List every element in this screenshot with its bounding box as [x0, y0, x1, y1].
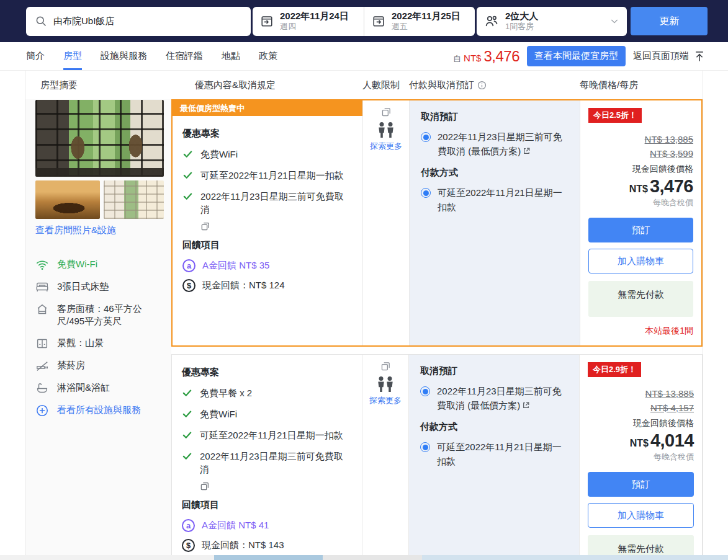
tab-reviews[interactable]: 住宿評鑑	[166, 42, 203, 70]
info-icon[interactable]	[477, 81, 487, 90]
tab-policies[interactable]: 政策	[259, 42, 277, 70]
popup-window-icon[interactable]	[380, 361, 391, 371]
two-people-icon	[374, 376, 397, 393]
explore-more-link[interactable]: 探索更多	[369, 395, 402, 406]
back-to-top-button[interactable]: 返回頁面頂端	[633, 50, 706, 63]
cashback-price-label: 現金回饋後價格	[588, 164, 693, 175]
date-range-picker: 2022年11月24日 週四 2022年11月25日 週五	[253, 7, 475, 36]
price-original: NT$ 13,885	[588, 133, 693, 147]
strip-segment	[422, 555, 728, 560]
discount-badge: 今日2.5折！	[588, 108, 642, 123]
wifi-icon	[35, 258, 49, 272]
cancel-option-label: 2022年11月23日星期三前可免費取消 (最低價方案)	[437, 384, 568, 412]
calendar-checkin-icon	[260, 14, 274, 28]
reward-cashback: $ 現金回饋：NT$ 124	[182, 279, 353, 292]
room-photo-main[interactable]	[35, 100, 164, 177]
price-column: 今日2.9折！ NT$ 13,885 NT$ 4,157 現金回饋後價格 NT$…	[579, 355, 702, 560]
header-room-summary: 房型摘要	[25, 79, 171, 91]
perk-label: 免費早餐 x 2	[200, 386, 252, 399]
amenity-label: 淋浴間&浴缸	[57, 381, 110, 394]
payment-title: 付款方式	[421, 167, 568, 179]
checkout-date: 2022年11月25日	[392, 11, 461, 22]
final-price: NT$4,014	[588, 430, 694, 451]
book-button[interactable]: 預訂	[588, 218, 693, 242]
final-price-currency: NT$	[629, 184, 648, 194]
price-from-amount: 3,476	[483, 48, 519, 65]
search-box[interactable]	[26, 7, 251, 36]
no-prepayment-note: 無需先付款	[588, 281, 693, 317]
popup-window-icon[interactable]	[200, 481, 352, 491]
rewards-title: 回饋項目	[182, 239, 353, 251]
cancel-option: 2022年11月23日星期三前可免費取消 (最低價方案)	[421, 130, 568, 158]
calendar-checkout-icon	[372, 14, 385, 28]
tab-location[interactable]: 地點	[222, 42, 240, 70]
strip-segment	[214, 555, 323, 560]
amenity-label: 景觀：山景	[57, 337, 104, 349]
payment-radio[interactable]	[420, 442, 430, 452]
room-photo-thumb-2[interactable]	[104, 180, 164, 219]
payment-option: 可延至2022年11月21日星期一扣款	[420, 440, 568, 468]
per-night-label: 每晚含稅價	[588, 197, 693, 208]
see-all-facilities-link[interactable]: 看看所有設施與服務	[35, 404, 164, 417]
checkout-date-picker[interactable]: 2022年11月25日 週五	[364, 7, 475, 36]
guests-rooms: 1間客房	[505, 22, 538, 32]
payment-radio[interactable]	[421, 188, 431, 198]
occupancy-column: 探索更多	[362, 100, 409, 345]
occupancy-column: 探索更多	[362, 355, 408, 560]
back-to-top-label: 返回頁面頂端	[633, 50, 689, 62]
perk-item: 2022年11月23日星期三前可免費取消	[182, 190, 353, 216]
room-photo-thumb-1[interactable]	[35, 180, 100, 219]
cancel-option: 2022年11月23日星期三前可免費取消 (最低價方案)	[420, 384, 568, 412]
final-price: NT$3,476	[588, 176, 693, 197]
price-discounted: NT$ 3,599	[588, 147, 693, 161]
amenity-room-size: 客房面積：46平方公尺/495平方英尺	[35, 303, 164, 328]
final-price-amount: 4,014	[650, 430, 694, 450]
amenity-label: 免費Wi-Fi	[57, 258, 97, 270]
cash-coin-icon: $	[182, 539, 195, 552]
tab-facilities[interactable]: 設施與服務	[101, 42, 147, 70]
explore-more-link[interactable]: 探索更多	[370, 141, 402, 152]
search-input[interactable]	[53, 16, 242, 27]
see-all-facilities-label: 看看所有設施與服務	[57, 404, 141, 416]
check-icon	[182, 170, 193, 180]
payment-option-label: 可延至2022年11月21日星期一扣款	[438, 186, 568, 214]
add-to-cart-button[interactable]: 加入購物車	[588, 503, 694, 528]
agoda-coin-icon: a	[182, 259, 195, 272]
cancel-radio[interactable]	[420, 386, 430, 396]
external-link-icon[interactable]	[522, 401, 530, 409]
plus-circle-icon	[35, 404, 49, 417]
view-icon	[35, 337, 49, 350]
room-offer-row-1: 最低價房型熱賣中 優惠專案 免費WiFi	[171, 99, 703, 347]
cancel-radio[interactable]	[421, 132, 431, 142]
reward-label: 現金回饋：NT$ 143	[202, 540, 284, 551]
amenity-view: 景觀：山景	[35, 337, 164, 350]
room-offer-row-2: 優惠專案 免費早餐 x 2 免費WiFi	[171, 354, 703, 560]
perk-label: 可延至2022年11月21日星期一扣款	[200, 169, 344, 182]
tab-rooms[interactable]: 房型	[63, 42, 82, 70]
checkin-date-picker[interactable]: 2022年11月24日 週四	[253, 7, 364, 36]
external-link-icon[interactable]	[523, 147, 531, 155]
payment-title: 付款方式	[420, 421, 568, 433]
book-button[interactable]: 預訂	[588, 472, 694, 497]
add-to-cart-button[interactable]: 加入購物車	[588, 249, 693, 273]
discount-badge: 今日2.9折！	[588, 362, 641, 377]
cancel-option-label: 2022年11月23日星期三前可免費取消 (最低價方案)	[438, 130, 568, 158]
update-button[interactable]: 更新	[631, 7, 708, 35]
tab-overview[interactable]: 簡介	[26, 42, 45, 70]
popup-window-icon[interactable]	[381, 107, 392, 117]
payment-column: 取消預訂 2022年11月23日星期三前可免費取消 (最低價方案) 付款方式 可…	[408, 355, 579, 560]
see-cheapest-room-button[interactable]: 查看本間最便宜房型	[527, 46, 626, 66]
view-photos-link[interactable]: 查看房間照片&設施	[35, 224, 164, 236]
checkin-date: 2022年11月24日	[280, 11, 349, 22]
perks-title: 優惠專案	[182, 128, 353, 140]
header-payment: 付款與取消預訂	[409, 79, 474, 91]
popup-window-icon[interactable]	[200, 221, 353, 231]
reward-cashback: $ 現金回饋：NT$ 143	[182, 539, 352, 552]
price-from-prefix: 自	[453, 53, 461, 64]
guests-selector[interactable]: 2位大人 1間客房	[477, 7, 627, 36]
perk-label: 2022年11月23日星期三前可免費取消	[200, 450, 352, 476]
perk-item: 2022年11月23日星期三前可免費取消	[182, 450, 352, 476]
perk-item: 可延至2022年11月21日星期一扣款	[182, 169, 353, 182]
cancel-title: 取消預訂	[421, 111, 568, 123]
final-price-amount: 3,476	[650, 176, 693, 196]
